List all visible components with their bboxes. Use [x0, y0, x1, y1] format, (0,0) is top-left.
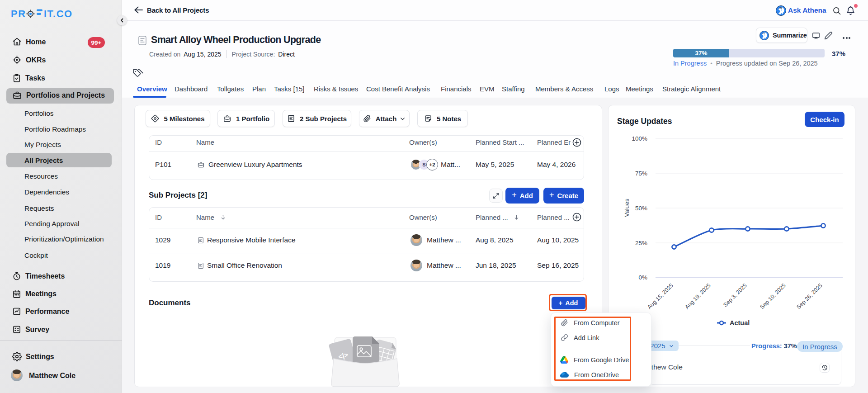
svg-text:PR: PR: [11, 8, 26, 19]
svg-text:IT.CO: IT.CO: [44, 8, 73, 19]
